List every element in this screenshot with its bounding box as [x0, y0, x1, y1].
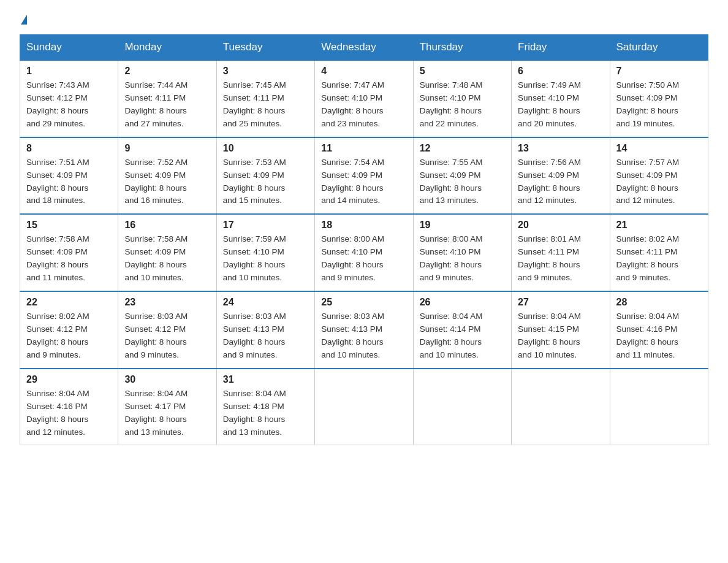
- calendar-cell: 2Sunrise: 7:44 AMSunset: 4:11 PMDaylight…: [118, 60, 216, 137]
- day-info: Sunrise: 7:49 AMSunset: 4:10 PMDaylight:…: [518, 79, 603, 131]
- calendar-cell: 20Sunrise: 8:01 AMSunset: 4:11 PMDayligh…: [512, 214, 610, 291]
- calendar-cell: 5Sunrise: 7:48 AMSunset: 4:10 PMDaylight…: [413, 60, 511, 137]
- day-info: Sunrise: 8:02 AMSunset: 4:12 PMDaylight:…: [26, 310, 112, 362]
- header-friday: Friday: [512, 35, 610, 61]
- day-info: Sunrise: 8:04 AMSunset: 4:15 PMDaylight:…: [518, 310, 603, 362]
- day-number: 5: [420, 66, 505, 77]
- week-row-2: 8Sunrise: 7:51 AMSunset: 4:09 PMDaylight…: [20, 137, 708, 215]
- calendar-cell: 4Sunrise: 7:47 AMSunset: 4:10 PMDaylight…: [315, 60, 413, 137]
- day-number: 26: [420, 297, 505, 308]
- calendar-cell: 29Sunrise: 8:04 AMSunset: 4:16 PMDayligh…: [20, 369, 118, 445]
- day-number: 8: [26, 143, 112, 154]
- day-info: Sunrise: 7:59 AMSunset: 4:10 PMDaylight:…: [223, 233, 308, 285]
- day-number: 31: [223, 374, 308, 385]
- calendar-cell: 26Sunrise: 8:04 AMSunset: 4:14 PMDayligh…: [413, 291, 511, 369]
- day-number: 1: [26, 66, 112, 77]
- calendar-cell: 22Sunrise: 8:02 AMSunset: 4:12 PMDayligh…: [20, 291, 118, 369]
- calendar-cell: 23Sunrise: 8:03 AMSunset: 4:12 PMDayligh…: [118, 291, 216, 369]
- day-info: Sunrise: 7:56 AMSunset: 4:09 PMDaylight:…: [518, 156, 603, 208]
- day-info: Sunrise: 7:48 AMSunset: 4:10 PMDaylight:…: [420, 79, 505, 131]
- calendar-cell: [512, 369, 610, 445]
- day-info: Sunrise: 7:58 AMSunset: 4:09 PMDaylight:…: [124, 233, 210, 285]
- calendar-cell: 24Sunrise: 8:03 AMSunset: 4:13 PMDayligh…: [216, 291, 314, 369]
- calendar-cell: 6Sunrise: 7:49 AMSunset: 4:10 PMDaylight…: [512, 60, 610, 137]
- calendar-cell: 1Sunrise: 7:43 AMSunset: 4:12 PMDaylight…: [20, 60, 118, 137]
- day-number: 19: [420, 220, 505, 231]
- day-info: Sunrise: 8:02 AMSunset: 4:11 PMDaylight:…: [616, 233, 702, 285]
- calendar-cell: 31Sunrise: 8:04 AMSunset: 4:18 PMDayligh…: [216, 369, 314, 445]
- header-thursday: Thursday: [413, 35, 511, 61]
- day-info: Sunrise: 7:43 AMSunset: 4:12 PMDaylight:…: [26, 79, 112, 131]
- day-number: 11: [321, 143, 406, 154]
- day-number: 10: [223, 143, 308, 154]
- day-number: 29: [26, 374, 112, 385]
- day-number: 9: [124, 143, 210, 154]
- calendar-cell: 25Sunrise: 8:03 AMSunset: 4:13 PMDayligh…: [315, 291, 413, 369]
- day-info: Sunrise: 8:04 AMSunset: 4:16 PMDaylight:…: [26, 388, 112, 439]
- calendar-cell: 19Sunrise: 8:00 AMSunset: 4:10 PMDayligh…: [413, 214, 511, 291]
- day-info: Sunrise: 8:04 AMSunset: 4:18 PMDaylight:…: [223, 388, 308, 439]
- week-row-1: 1Sunrise: 7:43 AMSunset: 4:12 PMDaylight…: [20, 60, 708, 137]
- day-info: Sunrise: 7:53 AMSunset: 4:09 PMDaylight:…: [223, 156, 308, 208]
- calendar-cell: 8Sunrise: 7:51 AMSunset: 4:09 PMDaylight…: [20, 137, 118, 215]
- day-number: 15: [26, 220, 112, 231]
- calendar-cell: [315, 369, 413, 445]
- day-info: Sunrise: 8:04 AMSunset: 4:17 PMDaylight:…: [124, 388, 210, 439]
- day-info: Sunrise: 7:50 AMSunset: 4:09 PMDaylight:…: [616, 79, 702, 131]
- day-info: Sunrise: 8:03 AMSunset: 4:13 PMDaylight:…: [321, 310, 406, 362]
- day-info: Sunrise: 7:44 AMSunset: 4:11 PMDaylight:…: [124, 79, 210, 131]
- day-number: 17: [223, 220, 308, 231]
- day-number: 7: [616, 66, 702, 77]
- day-info: Sunrise: 7:52 AMSunset: 4:09 PMDaylight:…: [124, 156, 210, 208]
- day-info: Sunrise: 8:04 AMSunset: 4:14 PMDaylight:…: [420, 310, 505, 362]
- week-row-4: 22Sunrise: 8:02 AMSunset: 4:12 PMDayligh…: [20, 291, 708, 369]
- day-number: 13: [518, 143, 603, 154]
- week-row-5: 29Sunrise: 8:04 AMSunset: 4:16 PMDayligh…: [20, 369, 708, 445]
- day-info: Sunrise: 7:57 AMSunset: 4:09 PMDaylight:…: [616, 156, 702, 208]
- day-number: 2: [124, 66, 210, 77]
- day-number: 6: [518, 66, 603, 77]
- day-info: Sunrise: 7:47 AMSunset: 4:10 PMDaylight:…: [321, 79, 406, 131]
- day-info: Sunrise: 8:01 AMSunset: 4:11 PMDaylight:…: [518, 233, 603, 285]
- day-number: 12: [420, 143, 505, 154]
- day-info: Sunrise: 8:03 AMSunset: 4:13 PMDaylight:…: [223, 310, 308, 362]
- calendar-cell: [610, 369, 708, 445]
- week-row-3: 15Sunrise: 7:58 AMSunset: 4:09 PMDayligh…: [20, 214, 708, 291]
- calendar-header-row: SundayMondayTuesdayWednesdayThursdayFrid…: [20, 35, 708, 61]
- day-number: 4: [321, 66, 406, 77]
- day-info: Sunrise: 8:03 AMSunset: 4:12 PMDaylight:…: [124, 310, 210, 362]
- day-info: Sunrise: 7:58 AMSunset: 4:09 PMDaylight:…: [26, 233, 112, 285]
- calendar-cell: 21Sunrise: 8:02 AMSunset: 4:11 PMDayligh…: [610, 214, 708, 291]
- header-sunday: Sunday: [20, 35, 118, 61]
- day-info: Sunrise: 7:55 AMSunset: 4:09 PMDaylight:…: [420, 156, 505, 208]
- page-header: [20, 15, 708, 25]
- day-number: 23: [124, 297, 210, 308]
- logo-triangle-icon: [21, 15, 27, 25]
- calendar-cell: 18Sunrise: 8:00 AMSunset: 4:10 PMDayligh…: [315, 214, 413, 291]
- day-number: 30: [124, 374, 210, 385]
- day-number: 28: [616, 297, 702, 308]
- day-info: Sunrise: 7:45 AMSunset: 4:11 PMDaylight:…: [223, 79, 308, 131]
- day-info: Sunrise: 7:51 AMSunset: 4:09 PMDaylight:…: [26, 156, 112, 208]
- calendar-cell: 27Sunrise: 8:04 AMSunset: 4:15 PMDayligh…: [512, 291, 610, 369]
- day-number: 3: [223, 66, 308, 77]
- calendar-cell: 10Sunrise: 7:53 AMSunset: 4:09 PMDayligh…: [216, 137, 314, 215]
- calendar-cell: 11Sunrise: 7:54 AMSunset: 4:09 PMDayligh…: [315, 137, 413, 215]
- day-number: 14: [616, 143, 702, 154]
- calendar-cell: 12Sunrise: 7:55 AMSunset: 4:09 PMDayligh…: [413, 137, 511, 215]
- calendar-table: SundayMondayTuesdayWednesdayThursdayFrid…: [20, 34, 708, 445]
- calendar-cell: [413, 369, 511, 445]
- day-info: Sunrise: 7:54 AMSunset: 4:09 PMDaylight:…: [321, 156, 406, 208]
- header-tuesday: Tuesday: [216, 35, 314, 61]
- header-saturday: Saturday: [610, 35, 708, 61]
- calendar-cell: 13Sunrise: 7:56 AMSunset: 4:09 PMDayligh…: [512, 137, 610, 215]
- day-number: 20: [518, 220, 603, 231]
- calendar-cell: 30Sunrise: 8:04 AMSunset: 4:17 PMDayligh…: [118, 369, 216, 445]
- day-info: Sunrise: 8:00 AMSunset: 4:10 PMDaylight:…: [420, 233, 505, 285]
- day-number: 22: [26, 297, 112, 308]
- calendar-cell: 28Sunrise: 8:04 AMSunset: 4:16 PMDayligh…: [610, 291, 708, 369]
- calendar-cell: 15Sunrise: 7:58 AMSunset: 4:09 PMDayligh…: [20, 214, 118, 291]
- day-number: 24: [223, 297, 308, 308]
- header-monday: Monday: [118, 35, 216, 61]
- calendar-cell: 14Sunrise: 7:57 AMSunset: 4:09 PMDayligh…: [610, 137, 708, 215]
